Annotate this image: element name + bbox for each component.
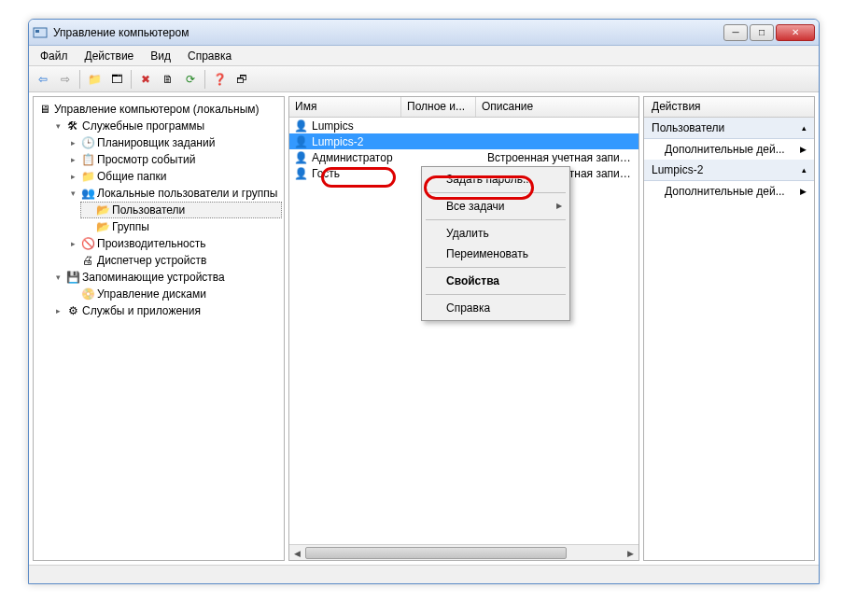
tree-users[interactable]: ▸📂Пользователи: [80, 202, 282, 218]
refresh-icon: ⟳: [186, 73, 195, 86]
folder-icon: 📂: [95, 203, 110, 217]
tree-local-users-groups[interactable]: ▾👥Локальные пользователи и группы: [65, 185, 282, 202]
expand-icon[interactable]: ▸: [67, 137, 78, 148]
ctx-properties[interactable]: Свойства: [424, 271, 568, 291]
svg-rect-1: [35, 30, 39, 33]
actions-item-label: Дополнительные дей...: [665, 143, 785, 156]
help-button[interactable]: ❓: [209, 69, 230, 90]
titlebar[interactable]: Управление компьютером ─ □ ✕: [29, 20, 819, 46]
scroll-thumb[interactable]: [305, 547, 567, 559]
tree-shared-folders[interactable]: ▸📁Общие папки: [65, 168, 282, 185]
tree-pane[interactable]: 🖥 Управление компьютером (локальным) ▾ 🛠…: [33, 96, 285, 561]
cell-name: Lumpics: [312, 119, 405, 133]
actions-more-1[interactable]: Дополнительные дей...▶: [644, 139, 814, 160]
expand-icon[interactable]: ▸: [67, 171, 78, 182]
folder-up-icon: 📁: [88, 73, 102, 86]
list-row[interactable]: 👤АдминистраторВстроенная учетная запись …: [289, 149, 639, 165]
tree-label: Локальные пользователи и группы: [97, 187, 277, 200]
ctx-rename[interactable]: Переименовать: [424, 244, 568, 264]
close-button[interactable]: ✕: [776, 24, 815, 41]
menu-view[interactable]: Вид: [143, 48, 178, 64]
collapse-icon: ▴: [802, 123, 807, 133]
properties-button[interactable]: 🗔: [106, 69, 127, 90]
ctx-delete[interactable]: Удалить: [424, 223, 568, 244]
collapse-icon[interactable]: ▾: [52, 272, 63, 283]
app-window: Управление компьютером ─ □ ✕ Файл Действ…: [28, 19, 820, 584]
expand-icon[interactable]: ▸: [67, 154, 78, 165]
perf-icon: 🚫: [80, 236, 95, 251]
list-row[interactable]: 👤Lumpics: [289, 118, 639, 133]
tree-label: Пользователи: [112, 203, 185, 217]
menu-file[interactable]: Файл: [33, 48, 76, 64]
devmgr-icon: 🖨: [80, 253, 95, 268]
statusbar: [29, 565, 819, 583]
tree-services-apps[interactable]: ▸⚙Службы и приложения: [50, 302, 282, 319]
list-header: Имя Полное и... Описание: [289, 97, 639, 118]
user-icon: 👤: [293, 166, 308, 181]
tree-groups[interactable]: ▸📂Группы: [80, 218, 282, 235]
tree-label: Службы и приложения: [82, 304, 201, 317]
forward-button[interactable]: ⇨: [55, 69, 76, 90]
tree-system-tools[interactable]: ▾ 🛠 Служебные программы: [50, 118, 282, 134]
actions-group-users[interactable]: Пользователи▴: [644, 118, 814, 139]
ctx-all-tasks[interactable]: Все задачи: [424, 196, 568, 217]
cell-name: Lumpics-2: [312, 135, 405, 148]
expand-icon[interactable]: ▸: [52, 305, 63, 316]
col-name[interactable]: Имя: [289, 97, 401, 117]
tree-label: Общие папки: [97, 170, 166, 183]
delete-icon: ✖: [141, 73, 150, 86]
services-icon: ⚙: [65, 303, 80, 318]
tree-disk-management[interactable]: ▸📀Управление дисками: [65, 286, 282, 302]
actions-pane: Действия Пользователи▴ Дополнительные де…: [643, 96, 815, 561]
toolbar-separator: [131, 70, 132, 89]
tree-label: Управление дисками: [97, 287, 206, 301]
toolbar-separator: [79, 70, 80, 89]
menubar: Файл Действие Вид Справка: [29, 46, 819, 66]
submenu-icon: ▶: [800, 145, 807, 154]
tree-root[interactable]: 🖥 Управление компьютером (локальным): [35, 101, 282, 118]
minimize-button[interactable]: ─: [723, 24, 748, 41]
maximize-button[interactable]: □: [750, 24, 774, 41]
menu-action[interactable]: Действие: [77, 48, 142, 64]
tree-label: Планировщик заданий: [97, 136, 215, 149]
delete-button[interactable]: ✖: [135, 69, 156, 90]
ctx-separator: [426, 219, 566, 220]
collapse-icon[interactable]: ▾: [52, 120, 63, 132]
folder-icon: 📂: [95, 219, 110, 234]
clock-icon: 🕒: [80, 135, 95, 150]
tools-icon: 🛠: [65, 119, 80, 133]
ctx-separator: [426, 294, 566, 295]
refresh-button[interactable]: ⟳: [180, 69, 201, 90]
col-fullname[interactable]: Полное и...: [401, 97, 476, 117]
actions-group-label: Пользователи: [652, 121, 724, 134]
tree-storage[interactable]: ▾💾Запоминающие устройства: [50, 269, 282, 286]
tree-task-scheduler[interactable]: ▸🕒Планировщик заданий: [65, 134, 282, 151]
window-icon: 🗗: [236, 73, 247, 86]
ctx-set-password[interactable]: Задать пароль...: [424, 169, 568, 189]
scroll-right-icon[interactable]: ▶: [623, 545, 639, 561]
list-row[interactable]: 👤Lumpics-2: [289, 133, 639, 149]
tree-label: Диспетчер устройств: [97, 254, 206, 267]
toolbar-separator: [204, 70, 205, 89]
horizontal-scrollbar[interactable]: ◀ ▶: [289, 544, 639, 560]
tree-label: Производительность: [97, 237, 205, 250]
arrow-left-icon: ⇦: [38, 73, 48, 86]
scroll-left-icon[interactable]: ◀: [289, 545, 305, 561]
new-window-button[interactable]: 🗗: [232, 69, 252, 90]
actions-more-2[interactable]: Дополнительные дей...▶: [644, 181, 814, 202]
event-icon: 📋: [80, 152, 95, 167]
actions-item-label: Дополнительные дей...: [665, 185, 785, 198]
tree-device-manager[interactable]: ▸🖨Диспетчер устройств: [65, 252, 282, 269]
tree-performance[interactable]: ▸🚫Производительность: [65, 235, 282, 252]
menu-help[interactable]: Справка: [180, 48, 239, 64]
export-button[interactable]: 🗎: [158, 69, 178, 90]
collapse-icon[interactable]: ▾: [67, 188, 78, 199]
actions-group-selection[interactable]: Lumpics-2▴: [644, 160, 814, 181]
up-button[interactable]: 📁: [84, 69, 105, 90]
col-description[interactable]: Описание: [476, 97, 639, 117]
actions-header: Действия: [644, 97, 814, 118]
tree-event-viewer[interactable]: ▸📋Просмотр событий: [65, 151, 282, 168]
back-button[interactable]: ⇦: [33, 69, 53, 90]
expand-icon[interactable]: ▸: [67, 238, 78, 249]
ctx-help[interactable]: Справка: [424, 298, 568, 318]
